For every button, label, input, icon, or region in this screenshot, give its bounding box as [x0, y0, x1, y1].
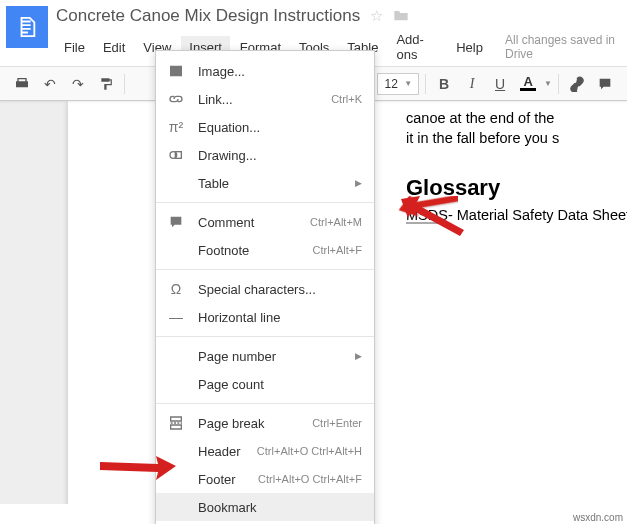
print-button[interactable]: [10, 72, 34, 96]
italic-button[interactable]: I: [460, 72, 484, 96]
glossary-term: MSDS: [406, 207, 448, 223]
docs-logo[interactable]: [6, 6, 48, 48]
menu-label: Bookmark: [198, 500, 362, 515]
menu-label: Special characters...: [198, 282, 362, 297]
menu-help[interactable]: Help: [448, 36, 491, 59]
insert-footer[interactable]: Footer Ctrl+Alt+O Ctrl+Alt+F: [156, 465, 374, 493]
comment-icon: [166, 212, 186, 232]
menu-label: Drawing...: [198, 148, 362, 163]
menu-separator: [156, 269, 374, 270]
insert-comment[interactable]: Comment Ctrl+Alt+M: [156, 208, 374, 236]
menu-separator: [156, 202, 374, 203]
glossary-heading: Glossary: [406, 173, 627, 204]
menu-separator: [156, 403, 374, 404]
glossary-entry: MSDS- Material Safety Data Sheets: [406, 205, 627, 225]
menu-label: Link...: [198, 92, 323, 107]
menu-label: Footer: [198, 472, 250, 487]
insert-page-break[interactable]: Page break Ctrl+Enter: [156, 409, 374, 437]
insert-drawing[interactable]: Drawing...: [156, 141, 374, 169]
toolbar-separator: [124, 74, 125, 94]
chevron-down-icon: ▼: [404, 79, 412, 88]
menu-edit[interactable]: Edit: [95, 36, 133, 59]
insert-table[interactable]: Table ▶: [156, 169, 374, 197]
paint-format-button[interactable]: [94, 72, 118, 96]
toolbar-separator: [558, 74, 559, 94]
link-icon: [166, 89, 186, 109]
menu-shortcut: Ctrl+Alt+O Ctrl+Alt+F: [258, 473, 362, 485]
font-size-value: 12: [384, 77, 398, 91]
insert-special-chars[interactable]: Ω Special characters...: [156, 275, 374, 303]
text-color-button[interactable]: A: [516, 76, 540, 91]
horizontal-line-icon: —: [166, 307, 186, 327]
menu-label: Image...: [198, 64, 362, 79]
star-icon[interactable]: ☆: [370, 7, 383, 25]
body-text-fragment: canoe at the end of the it in the fall b…: [406, 100, 627, 149]
underline-button[interactable]: U: [488, 72, 512, 96]
insert-comment-button[interactable]: [593, 72, 617, 96]
drawing-icon: [166, 145, 186, 165]
submenu-arrow-icon: ▶: [355, 351, 362, 361]
undo-button[interactable]: ↶: [38, 72, 62, 96]
redo-button[interactable]: ↷: [66, 72, 90, 96]
text-line: it in the fall before you s: [406, 128, 627, 148]
menu-separator: [156, 336, 374, 337]
omega-icon: Ω: [166, 279, 186, 299]
menu-label: Header: [198, 444, 249, 459]
bold-button[interactable]: B: [432, 72, 456, 96]
menu-shortcut: Ctrl+Enter: [312, 417, 362, 429]
menu-label: Horizontal line: [198, 310, 362, 325]
insert-link[interactable]: Link... Ctrl+K: [156, 85, 374, 113]
document-title[interactable]: Concrete Canoe Mix Design Instructions: [56, 6, 360, 26]
insert-footnote[interactable]: Footnote Ctrl+Alt+F: [156, 236, 374, 264]
menu-shortcut: Ctrl+Alt+M: [310, 216, 362, 228]
menu-label: Table: [198, 176, 347, 191]
folder-icon[interactable]: [393, 8, 409, 25]
image-icon: [166, 61, 186, 81]
menu-shortcut: Ctrl+Alt+F: [312, 244, 362, 256]
text-line: canoe at the end of the: [406, 108, 627, 128]
insert-equation[interactable]: π² Equation...: [156, 113, 374, 141]
insert-horizontal-line[interactable]: — Horizontal line: [156, 303, 374, 331]
chevron-down-icon[interactable]: ▼: [544, 79, 552, 88]
font-size-selector[interactable]: 12 ▼: [377, 73, 419, 95]
insert-link-button[interactable]: [565, 72, 589, 96]
equation-icon: π²: [166, 117, 186, 137]
menu-label: Footnote: [198, 243, 304, 258]
save-status: All changes saved in Drive: [505, 33, 627, 61]
menu-shortcut: Ctrl+K: [331, 93, 362, 105]
menu-label: Page break: [198, 416, 304, 431]
insert-bookmark[interactable]: Bookmark: [156, 493, 374, 521]
submenu-arrow-icon: ▶: [355, 178, 362, 188]
insert-page-number[interactable]: Page number ▶: [156, 342, 374, 370]
glossary-definition: - Material Safety Data Sheets: [448, 207, 627, 223]
watermark: wsxdn.com: [573, 512, 623, 523]
insert-menu-dropdown: Image... Link... Ctrl+K π² Equation... D…: [155, 50, 375, 524]
page-break-icon: [166, 413, 186, 433]
menu-label: Page number: [198, 349, 347, 364]
menu-shortcut: Ctrl+Alt+O Ctrl+Alt+H: [257, 445, 362, 457]
menu-label: Page count: [198, 377, 362, 392]
insert-header[interactable]: Header Ctrl+Alt+O Ctrl+Alt+H: [156, 437, 374, 465]
menu-file[interactable]: File: [56, 36, 93, 59]
menu-label: Equation...: [198, 120, 362, 135]
insert-image[interactable]: Image...: [156, 57, 374, 85]
menu-label: Comment: [198, 215, 302, 230]
insert-page-count[interactable]: Page count: [156, 370, 374, 398]
menu-addons[interactable]: Add-ons: [388, 28, 446, 66]
toolbar-separator: [425, 74, 426, 94]
